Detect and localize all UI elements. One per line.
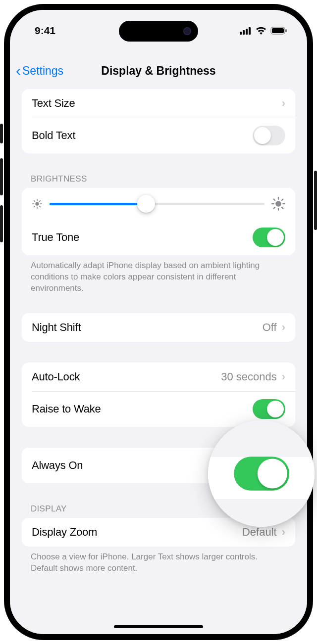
sun-small-icon [32, 198, 43, 209]
night-shift-group: Night Shift Off › [22, 313, 295, 342]
home-indicator[interactable] [114, 625, 203, 628]
text-settings-group: Text Size › Bold Text [22, 89, 295, 153]
svg-line-12 [34, 201, 35, 202]
display-zoom-label: Display Zoom [32, 526, 97, 539]
svg-rect-2 [246, 29, 248, 35]
svg-point-16 [275, 201, 281, 207]
svg-line-24 [282, 199, 283, 200]
night-shift-row[interactable]: Night Shift Off › [22, 313, 295, 342]
slider-thumb[interactable] [137, 195, 155, 213]
auto-lock-row[interactable]: Auto-Lock 30 seconds › [22, 363, 295, 391]
svg-rect-6 [285, 29, 287, 32]
phone-frame: 9:41 [4, 4, 313, 640]
svg-line-13 [40, 206, 41, 207]
svg-rect-3 [249, 27, 251, 35]
page-title: Display & Brightness [101, 64, 215, 78]
svg-point-7 [35, 202, 39, 205]
brightness-footer: Automatically adapt iPhone display based… [22, 255, 295, 294]
bold-text-row: Bold Text [22, 118, 295, 153]
magnifier-overlay [208, 420, 315, 527]
brightness-slider-row [22, 188, 295, 220]
chevron-right-icon: › [282, 526, 285, 539]
sun-large-icon [271, 197, 285, 211]
svg-rect-1 [243, 30, 245, 35]
chevron-right-icon: › [282, 370, 285, 383]
brightness-group: True Tone [22, 188, 295, 255]
always-on-toggle-magnified [234, 457, 289, 491]
raise-to-wake-toggle[interactable] [253, 399, 285, 419]
brightness-slider[interactable] [50, 203, 264, 205]
true-tone-label: True Tone [32, 231, 79, 244]
text-size-row[interactable]: Text Size › [22, 89, 295, 118]
night-shift-value: Off [263, 321, 277, 334]
back-label: Settings [22, 64, 63, 78]
svg-rect-0 [240, 32, 242, 35]
chevron-left-icon: ‹ [16, 63, 21, 78]
night-shift-label: Night Shift [32, 321, 81, 334]
svg-line-22 [282, 207, 283, 208]
display-zoom-value: Default [242, 526, 277, 539]
lock-group: Auto-Lock 30 seconds › Raise to Wake [22, 363, 295, 427]
true-tone-toggle[interactable] [253, 228, 285, 247]
true-tone-row: True Tone [22, 220, 295, 255]
svg-rect-5 [272, 28, 284, 33]
svg-line-23 [274, 207, 275, 208]
text-size-label: Text Size [32, 97, 75, 110]
brightness-header: BRIGHTNESS [22, 174, 295, 188]
settings-content: Text Size › Bold Text BRIGHTNESS [10, 89, 307, 634]
nav-bar: ‹ Settings Display & Brightness [10, 58, 307, 86]
back-button[interactable]: ‹ Settings [16, 63, 63, 78]
wifi-icon [256, 27, 266, 35]
cellular-icon [240, 27, 252, 35]
battery-icon [270, 27, 287, 35]
display-footer: Choose a view for iPhone. Larger Text sh… [22, 547, 295, 574]
auto-lock-value: 30 seconds [221, 370, 277, 383]
bold-text-toggle[interactable] [253, 126, 285, 145]
svg-line-21 [274, 199, 275, 200]
chevron-right-icon: › [282, 321, 285, 334]
svg-line-15 [40, 201, 41, 202]
raise-to-wake-label: Raise to Wake [32, 403, 101, 415]
bold-text-label: Bold Text [32, 129, 75, 142]
status-time: 9:41 [35, 25, 55, 37]
dynamic-island [119, 21, 198, 42]
auto-lock-label: Auto-Lock [32, 370, 80, 383]
chevron-right-icon: › [282, 97, 285, 110]
svg-line-14 [34, 206, 35, 207]
always-on-label: Always On [32, 459, 83, 472]
